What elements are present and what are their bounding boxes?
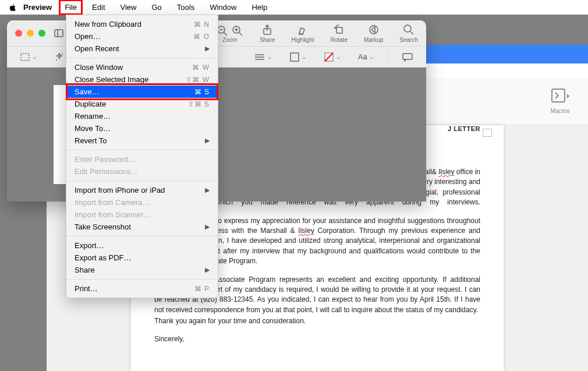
markup-button[interactable]: Markup xyxy=(364,24,383,43)
macros-group[interactable]: Macros xyxy=(550,88,571,114)
menu-edit-permissions: Edit Permissions… xyxy=(66,165,218,178)
svg-point-14 xyxy=(404,25,411,32)
chevron-right-icon: ▶ xyxy=(205,45,210,52)
fill-color-tool[interactable]: ⌄ xyxy=(319,50,345,64)
highlight-icon xyxy=(297,24,309,36)
chevron-right-icon: ▶ xyxy=(205,186,210,194)
selection-tool[interactable]: ⌄ xyxy=(15,51,41,63)
menu-tools[interactable]: Tools xyxy=(175,2,197,13)
menu-help[interactable]: Help xyxy=(249,2,270,13)
menu-share[interactable]: Share▶ xyxy=(66,264,218,276)
svg-rect-1 xyxy=(55,30,63,37)
menu-save[interactable]: Save…⌘ S xyxy=(66,86,218,98)
rotate-icon xyxy=(333,24,345,36)
sparkle-icon xyxy=(54,52,65,62)
apple-logo-icon[interactable] xyxy=(8,3,17,12)
aa-icon: Aa xyxy=(358,52,367,61)
svg-point-17 xyxy=(62,54,63,55)
chevron-right-icon: ▶ xyxy=(205,266,210,274)
menu-new-from-clipboard[interactable]: New from Clipboard⌘ N xyxy=(66,18,218,30)
svg-rect-25 xyxy=(403,54,412,59)
menu-edit[interactable]: Edit xyxy=(90,2,107,13)
ruler-toggle-icon[interactable] xyxy=(483,129,492,137)
border-color-tool[interactable]: ⌄ xyxy=(285,50,311,64)
macros-icon xyxy=(550,88,571,104)
zoom-group: Zoom xyxy=(217,24,243,43)
text-style-tool[interactable]: Aa ⌄ xyxy=(353,51,378,63)
markup-icon xyxy=(368,24,380,36)
chevron-right-icon: ▶ xyxy=(205,137,210,144)
maximize-window-button[interactable] xyxy=(38,30,45,37)
svg-line-15 xyxy=(410,31,413,34)
selection-icon xyxy=(20,52,30,62)
menu-view[interactable]: View xyxy=(118,2,139,13)
highlight-button[interactable]: Highlight xyxy=(292,24,314,43)
share-icon xyxy=(261,24,273,36)
menu-open[interactable]: Open…⌘ O xyxy=(66,30,218,43)
menu-print[interactable]: Print…⌘ P xyxy=(66,282,218,295)
menu-export[interactable]: Export… xyxy=(66,239,218,252)
zoom-in-icon[interactable] xyxy=(232,25,243,37)
menu-go[interactable]: Go xyxy=(149,2,164,13)
close-window-button[interactable] xyxy=(15,30,22,37)
minimize-window-button[interactable] xyxy=(27,30,34,37)
menu-window[interactable]: Window xyxy=(207,2,239,13)
menu-take-screenshot[interactable]: Take Screenshot▶ xyxy=(66,221,218,233)
menu-close-window[interactable]: Close Window⌘ W xyxy=(66,61,218,73)
menu-enter-password: Enter Password… xyxy=(66,153,218,165)
line-style-tool[interactable]: ⌄ xyxy=(249,51,277,63)
menu-revert-to[interactable]: Revert To▶ xyxy=(66,135,218,147)
menu-export-pdf[interactable]: Export as PDF… xyxy=(66,252,218,264)
border-icon xyxy=(289,52,300,62)
search-button[interactable]: Search xyxy=(399,24,418,43)
fill-icon xyxy=(324,52,334,62)
menu-close-selected-image[interactable]: Close Selected Image⇧⌘ W xyxy=(66,73,218,86)
menu-rename[interactable]: Rename… xyxy=(66,110,218,122)
sidebar-toggle-icon[interactable] xyxy=(54,28,64,38)
lines-icon xyxy=(254,53,265,61)
window-controls xyxy=(15,30,45,37)
menubar: Preview File Edit View Go Tools Window H… xyxy=(0,0,588,15)
macros-label: Macros xyxy=(551,108,570,114)
menu-import-iphone[interactable]: Import from iPhone or iPad▶ xyxy=(66,184,218,196)
app-name[interactable]: Preview xyxy=(23,3,52,12)
svg-rect-12 xyxy=(336,27,342,33)
svg-line-4 xyxy=(224,33,227,36)
menu-import-scanner: Import from Scanner… xyxy=(66,209,218,221)
svg-rect-22 xyxy=(291,53,299,61)
speech-bubble-icon xyxy=(402,52,413,62)
search-icon xyxy=(403,24,415,36)
svg-line-7 xyxy=(239,33,242,36)
menu-move-to[interactable]: Move To… xyxy=(66,122,218,135)
menu-duplicate[interactable]: Duplicate⇧⌘ S xyxy=(66,98,218,110)
share-button[interactable]: Share xyxy=(260,24,275,43)
menu-import-camera: Import from Camera… xyxy=(66,196,218,209)
file-dropdown: New from Clipboard⌘ N Open…⌘ O Open Rece… xyxy=(66,15,218,298)
menu-file[interactable]: File xyxy=(62,2,79,13)
svg-point-18 xyxy=(56,59,57,61)
menu-open-recent[interactable]: Open Recent▶ xyxy=(66,43,218,55)
annotate-tool[interactable] xyxy=(397,51,418,63)
svg-rect-16 xyxy=(21,54,29,61)
rotate-button[interactable]: Rotate xyxy=(330,24,347,43)
chevron-right-icon: ▶ xyxy=(205,223,210,231)
